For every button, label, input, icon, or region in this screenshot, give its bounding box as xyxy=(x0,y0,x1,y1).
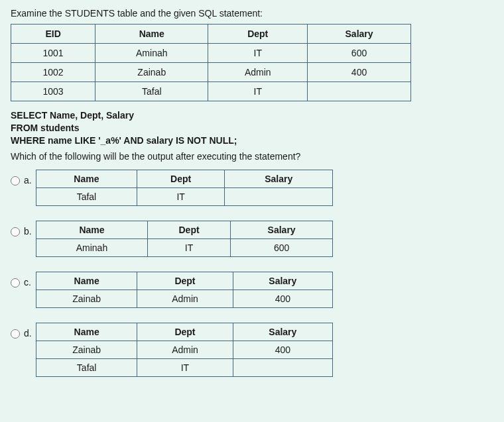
sql-statement: SELECT Name, Dept, Salary FROM students … xyxy=(11,109,493,147)
option-b-table: Name Dept Salary Aminah IT 600 xyxy=(36,221,333,257)
sql-line: FROM students xyxy=(11,122,493,134)
option-a-table: Name Dept Salary Tafal IT xyxy=(36,170,333,206)
sql-line: SELECT Name, Dept, Salary xyxy=(11,109,493,122)
radio-c[interactable] xyxy=(11,278,20,288)
table-row: Zainab Admin 400 xyxy=(36,290,333,307)
option-c-table: Name Dept Salary Zainab Admin 400 xyxy=(36,272,333,308)
sql-line: WHERE name LIKE '_a%' AND salary IS NOT … xyxy=(11,134,493,147)
option-a: a. Name Dept Salary Tafal IT xyxy=(11,170,493,214)
students-table: EID Name Dept Salary 1001 Aminah IT 600 … xyxy=(11,24,411,101)
option-c: c. Name Dept Salary Zainab Admin 400 xyxy=(11,272,493,316)
option-b-label: b. xyxy=(24,221,36,237)
col-eid: EID xyxy=(11,25,95,44)
table-row: 1003 Tafal IT xyxy=(11,82,411,101)
table-header-row: EID Name Dept Salary xyxy=(11,25,411,44)
options-container: a. Name Dept Salary Tafal IT b. Name Dep… xyxy=(11,170,493,385)
radio-b[interactable] xyxy=(11,227,20,237)
table-row: 1001 Aminah IT 600 xyxy=(11,44,411,63)
table-row: Aminah IT 600 xyxy=(36,238,333,256)
table-row: Tafal IT xyxy=(36,187,333,205)
col-salary: Salary xyxy=(308,25,411,44)
table-row: 1002 Zainab Admin 400 xyxy=(11,63,411,82)
col-name: Name xyxy=(95,25,208,44)
radio-d[interactable] xyxy=(11,329,20,339)
table-row: Tafal IT xyxy=(36,358,333,376)
radio-a[interactable] xyxy=(11,176,20,185)
intro-text: Examine the STUDENTS table and the given… xyxy=(11,8,493,19)
col-dept: Dept xyxy=(208,25,308,44)
table-row: Zainab Admin 400 xyxy=(36,341,333,358)
option-c-label: c. xyxy=(24,272,36,288)
option-d-label: d. xyxy=(24,323,36,339)
option-d: d. Name Dept Salary Zainab Admin 400 Taf… xyxy=(11,323,493,385)
question-text: Which of the following will be the outpu… xyxy=(11,151,493,162)
option-a-label: a. xyxy=(24,170,36,185)
option-b: b. Name Dept Salary Aminah IT 600 xyxy=(11,221,493,265)
option-d-table: Name Dept Salary Zainab Admin 400 Tafal … xyxy=(36,323,333,377)
